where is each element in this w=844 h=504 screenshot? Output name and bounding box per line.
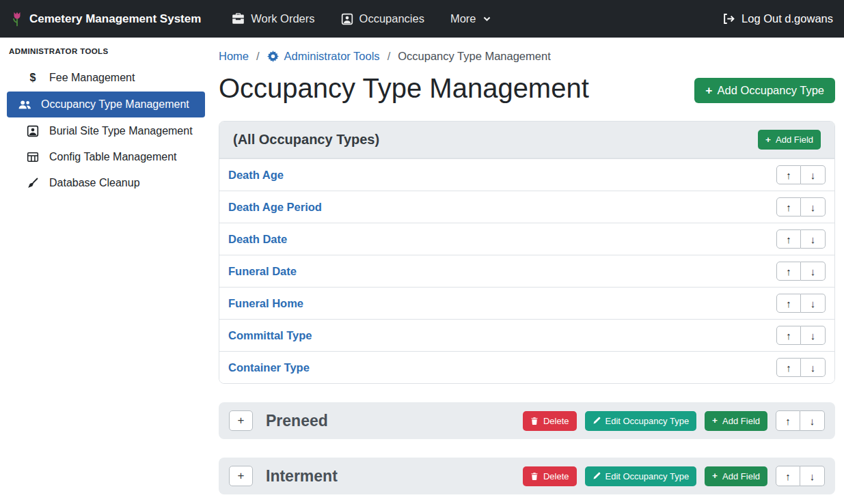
all-occupancy-types-card: (All Occupancy Types) + Add Field Death …	[219, 121, 835, 384]
card-title: (All Occupancy Types)	[233, 132, 379, 148]
plus-icon: +	[712, 416, 718, 425]
trash-icon	[530, 472, 539, 481]
sidebar-item-burial-site-type-management[interactable]: Burial Site Type Management	[7, 119, 205, 143]
nav-work-orders[interactable]: Work Orders	[232, 12, 314, 25]
field-row: Death Age ↑ ↓	[219, 158, 834, 191]
sidebar-item-label: Burial Site Type Management	[49, 125, 193, 137]
nav-more[interactable]: More	[450, 12, 491, 25]
move-up-button[interactable]: ↑	[776, 165, 801, 184]
gear-icon	[267, 51, 279, 62]
field-row: Death Age Period ↑ ↓	[219, 191, 834, 223]
person-frame-icon	[341, 13, 353, 25]
move-up-button[interactable]: ↑	[776, 326, 801, 345]
move-down-button[interactable]: ↓	[801, 262, 826, 281]
move-down-button[interactable]: ↓	[801, 197, 826, 216]
logout-button[interactable]: Log Out d.gowans	[722, 12, 833, 25]
expand-section-button[interactable]: +	[229, 410, 253, 431]
tulip-icon	[11, 10, 23, 28]
plus-icon: +	[705, 85, 712, 96]
all-occupancy-types-header: (All Occupancy Types) + Add Field	[219, 122, 834, 158]
add-field-button[interactable]: + Add Field	[705, 411, 767, 431]
move-up-button[interactable]: ↑	[776, 229, 801, 249]
sidebar: ADMINISTRATOR TOOLS $ Fee Management Occ…	[0, 38, 212, 197]
move-down-button[interactable]: ↓	[800, 410, 825, 431]
move-down-button[interactable]: ↓	[801, 229, 826, 249]
nav-label: Occupancies	[359, 12, 424, 25]
move-up-button[interactable]: ↑	[776, 197, 801, 216]
sidebar-heading: ADMINISTRATOR TOOLS	[7, 47, 205, 66]
nav-label: Work Orders	[251, 12, 314, 25]
move-up-button[interactable]: ↑	[776, 410, 800, 431]
move-up-button[interactable]: ↑	[776, 262, 801, 281]
broom-icon	[25, 177, 40, 189]
breadcrumb-separator: /	[387, 50, 391, 63]
app-brand[interactable]: Cemetery Management System	[11, 10, 201, 28]
chevron-down-icon	[482, 14, 491, 23]
top-navbar: Cemetery Management System Work Orders O…	[0, 0, 844, 38]
reorder-buttons: ↑ ↓	[776, 326, 826, 345]
pencil-icon	[593, 472, 601, 480]
field-row: Container Type ↑ ↓	[219, 351, 834, 383]
sidebar-item-database-cleanup[interactable]: Database Cleanup	[7, 171, 205, 195]
breadcrumb-administrator-tools[interactable]: Administrator Tools	[267, 50, 380, 63]
add-field-button[interactable]: + Add Field	[758, 130, 821, 150]
field-link[interactable]: Funeral Home	[228, 297, 303, 310]
sidebar-item-label: Config Table Management	[49, 151, 177, 163]
field-row: Funeral Date ↑ ↓	[219, 255, 834, 287]
section-actions: Delete Edit Occupancy Type + Add Field ↑	[523, 410, 825, 431]
add-field-button[interactable]: + Add Field	[705, 466, 767, 486]
reorder-buttons: ↑ ↓	[776, 197, 826, 216]
breadcrumb-current: Occupancy Type Management	[398, 50, 551, 63]
move-up-button[interactable]: ↑	[776, 358, 801, 377]
person-frame-icon	[25, 125, 40, 137]
reorder-buttons: ↑ ↓	[776, 262, 826, 281]
breadcrumb: Home / Administrator Tools / Occupancy T…	[219, 38, 835, 63]
field-link[interactable]: Container Type	[228, 361, 310, 374]
move-up-button[interactable]: ↑	[776, 294, 801, 313]
breadcrumb-home[interactable]: Home	[219, 50, 249, 63]
reorder-buttons: ↑ ↓	[776, 410, 825, 431]
field-link[interactable]: Death Age	[228, 169, 284, 182]
sidebar-item-label: Fee Management	[49, 72, 135, 84]
sidebar-item-fee-management[interactable]: $ Fee Management	[7, 66, 205, 90]
field-link[interactable]: Death Date	[228, 233, 287, 246]
users-icon	[17, 98, 32, 111]
move-down-button[interactable]: ↓	[800, 466, 825, 486]
app-title: Cemetery Management System	[29, 12, 201, 26]
delete-button[interactable]: Delete	[523, 466, 577, 486]
move-down-button[interactable]: ↓	[801, 294, 826, 313]
section-actions: Delete Edit Occupancy Type + Add Field ↑	[523, 466, 825, 486]
reorder-buttons: ↑ ↓	[776, 165, 826, 184]
move-down-button[interactable]: ↓	[801, 358, 826, 377]
occupancy-type-section-preneed: + Preneed Delete	[219, 402, 835, 439]
breadcrumb-separator: /	[256, 50, 260, 63]
field-link[interactable]: Funeral Date	[228, 265, 297, 278]
field-link[interactable]: Death Age Period	[228, 201, 322, 214]
delete-button[interactable]: Delete	[523, 411, 577, 431]
pencil-icon	[593, 417, 601, 425]
main-content: Home / Administrator Tools / Occupancy T…	[212, 38, 844, 494]
move-down-button[interactable]: ↓	[801, 326, 826, 345]
logout-icon	[722, 12, 735, 25]
move-up-button[interactable]: ↑	[776, 466, 800, 486]
table-icon	[25, 151, 40, 163]
occupancy-type-section-interment: + Interment Delete	[219, 458, 835, 494]
edit-occupancy-type-button[interactable]: Edit Occupancy Type	[585, 466, 697, 486]
section-title: Preneed	[266, 412, 328, 430]
page-title: Occupancy Type Management	[219, 72, 589, 104]
sidebar-item-label: Occupancy Type Management	[41, 98, 189, 111]
sidebar-item-config-table-management[interactable]: Config Table Management	[7, 145, 205, 169]
field-link[interactable]: Committal Type	[228, 329, 312, 342]
expand-section-button[interactable]: +	[229, 466, 253, 486]
reorder-buttons: ↑ ↓	[776, 229, 826, 249]
sidebar-item-label: Database Cleanup	[49, 177, 140, 189]
edit-occupancy-type-button[interactable]: Edit Occupancy Type	[585, 411, 697, 431]
add-occupancy-type-button[interactable]: + Add Occupancy Type	[694, 78, 835, 103]
move-down-button[interactable]: ↓	[801, 165, 826, 184]
plus-icon: +	[712, 471, 718, 481]
trash-icon	[530, 417, 539, 425]
plus-icon: +	[765, 135, 771, 145]
field-row: Death Date ↑ ↓	[219, 223, 834, 255]
nav-occupancies[interactable]: Occupancies	[341, 12, 424, 25]
sidebar-item-occupancy-type-management[interactable]: Occupancy Type Management	[7, 92, 205, 117]
